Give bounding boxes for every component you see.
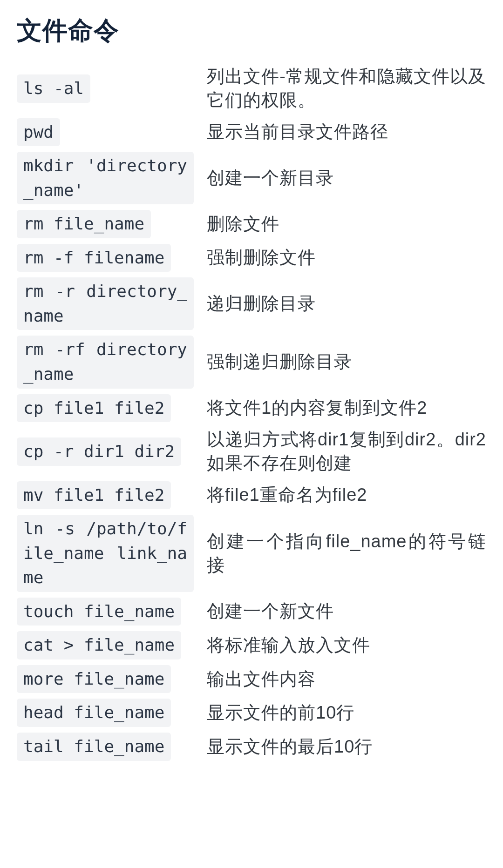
command-cell: cat > file_name [17, 631, 194, 659]
command-table: ls -al列出文件-常规文件和隐藏文件以及它们的权限。pwd显示当前目录文件路… [17, 65, 486, 767]
table-row: rm -rf directory_name强制递归删除目录 [17, 336, 486, 388]
table-row: more file_name输出文件内容 [17, 665, 486, 693]
command-code: mkdir 'directory_name' [17, 152, 194, 204]
description-cell: 创建一个指向file_name的符号链接 [194, 530, 486, 578]
command-cell: mv file1 file2 [17, 481, 194, 510]
command-cell: ln -s /path/to/file_name link_name [17, 515, 194, 592]
command-code: rm -r directory_name [17, 277, 194, 330]
description-cell: 将文件1的内容复制到文件2 [194, 396, 486, 420]
command-cell: rm -r directory_name [17, 277, 194, 330]
command-cell: cp file1 file2 [17, 394, 194, 423]
command-code: more file_name [17, 665, 171, 693]
description-cell: 将标准输入放入文件 [194, 633, 486, 657]
description-cell: 创建一个新目录 [194, 166, 486, 190]
command-code: mv file1 file2 [17, 481, 171, 510]
command-cell: ls -al [17, 74, 194, 103]
command-code: pwd [17, 118, 60, 147]
table-row: head file_name显示文件的前10行 [17, 699, 486, 727]
table-row: cp file1 file2将文件1的内容复制到文件2 [17, 394, 486, 423]
description-cell: 删除文件 [194, 212, 486, 236]
table-row: pwd显示当前目录文件路径 [17, 118, 486, 147]
command-code: cp -r dir1 dir2 [17, 437, 181, 466]
description-cell: 输出文件内容 [194, 667, 486, 691]
command-cell: more file_name [17, 665, 194, 693]
command-cell: rm file_name [17, 210, 194, 238]
table-row: cp -r dir1 dir2以递归方式将dir1复制到dir2。dir2如果不… [17, 428, 486, 476]
description-cell: 列出文件-常规文件和隐藏文件以及它们的权限。 [194, 65, 486, 113]
description-cell: 显示文件的最后10行 [194, 735, 486, 759]
table-row: ln -s /path/to/file_name link_name创建一个指向… [17, 515, 486, 592]
command-code: rm -rf directory_name [17, 336, 194, 388]
description-cell: 以递归方式将dir1复制到dir2。dir2如果不存在则创建 [194, 428, 486, 476]
command-code: ls -al [17, 74, 90, 103]
command-cell: pwd [17, 118, 194, 147]
command-code: head file_name [17, 699, 171, 727]
section-heading: 文件命令 [17, 14, 486, 48]
command-cell: rm -rf directory_name [17, 336, 194, 388]
table-row: rm -r directory_name递归删除目录 [17, 277, 486, 330]
description-cell: 强制删除文件 [194, 246, 486, 269]
command-cell: head file_name [17, 699, 194, 727]
table-row: touch file_name创建一个新文件 [17, 598, 486, 626]
description-cell: 递归删除目录 [194, 292, 486, 316]
table-row: rm -f filename强制删除文件 [17, 244, 486, 272]
command-code: ln -s /path/to/file_name link_name [17, 515, 194, 592]
table-row: cat > file_name将标准输入放入文件 [17, 631, 486, 659]
description-cell: 创建一个新文件 [194, 599, 486, 623]
command-code: rm file_name [17, 210, 151, 238]
description-cell: 显示文件的前10行 [194, 701, 486, 725]
command-code: cat > file_name [17, 631, 181, 659]
command-code: cp file1 file2 [17, 394, 171, 423]
description-cell: 将file1重命名为file2 [194, 483, 486, 507]
table-row: mv file1 file2将file1重命名为file2 [17, 481, 486, 510]
table-row: ls -al列出文件-常规文件和隐藏文件以及它们的权限。 [17, 65, 486, 113]
command-cell: touch file_name [17, 598, 194, 626]
table-row: rm file_name删除文件 [17, 210, 486, 238]
command-cell: mkdir 'directory_name' [17, 152, 194, 204]
command-cell: cp -r dir1 dir2 [17, 437, 194, 466]
command-cell: tail file_name [17, 733, 194, 761]
description-cell: 显示当前目录文件路径 [194, 120, 486, 144]
command-cell: rm -f filename [17, 244, 194, 272]
description-cell: 强制递归删除目录 [194, 350, 486, 374]
command-code: rm -f filename [17, 244, 171, 272]
command-code: tail file_name [17, 733, 171, 761]
table-row: mkdir 'directory_name'创建一个新目录 [17, 152, 486, 204]
command-code: touch file_name [17, 598, 181, 626]
table-row: tail file_name显示文件的最后10行 [17, 733, 486, 761]
